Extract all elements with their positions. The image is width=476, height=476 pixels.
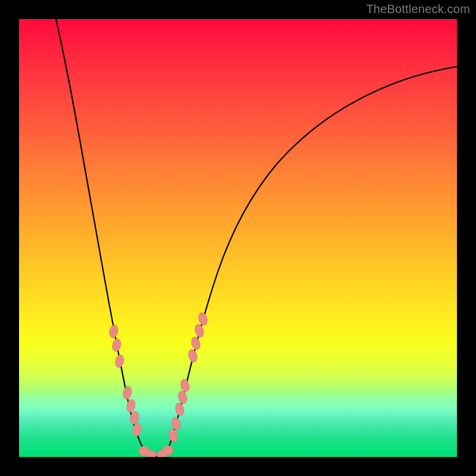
svg-point-15: [180, 378, 191, 393]
svg-point-19: [197, 311, 209, 326]
svg-point-17: [190, 336, 202, 350]
svg-point-3: [122, 386, 133, 400]
watermark-text: TheBottleneck.com: [366, 2, 470, 16]
svg-point-14: [177, 390, 189, 405]
curve-left-branch: [56, 19, 147, 454]
svg-point-8: [146, 450, 156, 457]
curve-right-branch: [166, 67, 457, 454]
svg-point-12: [171, 416, 182, 431]
svg-point-1: [111, 338, 122, 352]
plot-area: [19, 19, 457, 457]
svg-point-11: [168, 428, 179, 443]
svg-point-16: [187, 348, 199, 363]
svg-point-10: [162, 446, 173, 455]
curve-layer: [19, 19, 457, 457]
chart-frame: TheBottleneck.com: [0, 0, 476, 476]
svg-point-4: [126, 399, 136, 413]
svg-point-18: [193, 323, 205, 338]
svg-point-6: [131, 422, 142, 437]
svg-point-2: [114, 354, 125, 368]
svg-point-0: [108, 324, 119, 339]
marker-group: [108, 311, 209, 457]
svg-point-13: [174, 402, 186, 417]
